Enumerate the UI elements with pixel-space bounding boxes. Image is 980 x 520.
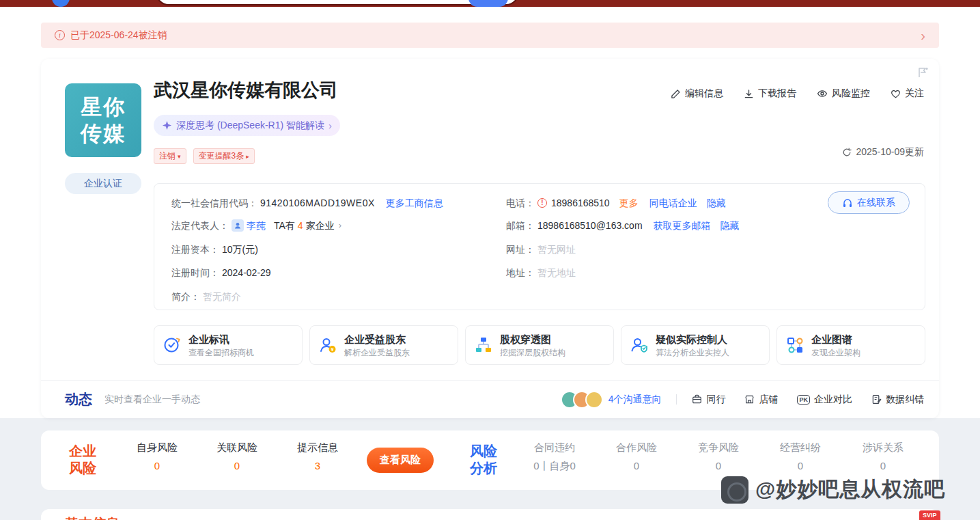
watermark-logo-icon — [721, 476, 748, 504]
search-bar[interactable] — [156, 0, 519, 5]
online-contact-button[interactable]: 在线联系 — [828, 191, 910, 214]
intro-value: 暂无简介 — [203, 290, 241, 303]
page: i 已于2025-06-24被注销 › 星你 传媒 企业认证 武汉星你传媒有限公… — [0, 0, 980, 520]
sparkle-icon — [162, 120, 172, 131]
competition-risk-value: 0 — [681, 460, 756, 471]
search-button[interactable] — [468, 0, 508, 7]
follow-label: 关注 — [905, 87, 924, 100]
feature-card-equity-penetration[interactable]: 股权穿透图 挖掘深层股权结构 — [465, 325, 614, 365]
chevron-right-icon[interactable]: › — [339, 219, 341, 232]
email-hide-link[interactable]: 隐藏 — [720, 219, 740, 232]
enterprise-cert-button[interactable]: 企业认证 — [65, 173, 141, 194]
view-risk-button[interactable]: 查看风险 — [367, 448, 434, 473]
watermark-text: @妙妙吧息从权流吧 — [755, 476, 945, 504]
legal-rep-name-link[interactable]: 李莼 — [247, 219, 266, 232]
phone-more-link[interactable]: 更多 — [619, 196, 639, 210]
website-label: 网址： — [506, 243, 535, 256]
feature-subtitle: 解析企业受益股东 — [344, 347, 410, 358]
caret-right-icon: ▸ — [246, 153, 249, 160]
person-shield-icon — [630, 336, 649, 355]
intro-row: 简介： 暂无简介 — [171, 290, 241, 303]
feature-card-bidding[interactable]: 企业标讯 查看全国招标商机 — [154, 325, 303, 365]
download-icon — [744, 89, 754, 99]
peer-companies-link[interactable]: 同行 — [692, 394, 725, 406]
shop-label: 店铺 — [759, 394, 778, 406]
company-compare-link[interactable]: PK 企业对比 — [797, 394, 852, 406]
feature-subtitle: 发现企业架构 — [811, 347, 860, 358]
website-value: 暂无网址 — [537, 243, 576, 256]
communication-intent-link[interactable]: 4个沟通意向 — [608, 394, 662, 406]
edit-info-button[interactable]: 编辑信息 — [671, 87, 723, 100]
self-risk-label: 自身风险 — [120, 441, 195, 454]
feature-title: 企业受益股东 — [344, 333, 410, 346]
deepseek-ai-badge[interactable]: 深度思考 (DeepSeek-R1) 智能解读 › — [154, 115, 340, 136]
more-business-info-link[interactable]: 更多工商信息 — [386, 196, 443, 210]
logo-line-1: 星你 — [81, 94, 126, 120]
risk-monitor-button[interactable]: 风险监控 — [817, 87, 870, 100]
email-row: 邮箱： 18986168510@163.com 获取更多邮箱 隐藏 — [506, 219, 740, 232]
phone-value: 18986168510 — [551, 196, 610, 210]
divider — [676, 394, 677, 405]
graph-nodes-icon — [785, 336, 804, 355]
info-icon: i — [55, 30, 65, 40]
phone-warning-icon: ! — [537, 198, 547, 208]
deregistered-alert-banner[interactable]: i 已于2025-06-24被注销 › — [41, 23, 939, 48]
status-tag-label: 注销 — [159, 150, 176, 162]
feature-card-beneficial-shareholder[interactable]: ¥ 企业受益股东 解析企业受益股东 — [309, 325, 458, 365]
related-risk-stat[interactable]: 关联风险 0 — [199, 441, 275, 471]
email-more-link[interactable]: 获取更多邮箱 — [654, 219, 711, 232]
credit-code-value: 91420106MADD19WE0X — [260, 196, 375, 210]
data-correction-link[interactable]: 数据纠错 — [871, 394, 924, 406]
deregistered-status-tag[interactable]: 注销 ▾ — [154, 148, 186, 164]
storefront-icon — [744, 394, 755, 405]
contract-breach-stat[interactable]: 合同违约 0丨自身0 — [517, 441, 592, 473]
enterprise-cert-label: 企业认证 — [84, 178, 122, 190]
download-report-button[interactable]: 下载报告 — [744, 87, 796, 100]
credit-code-label: 统一社会信用代码： — [171, 196, 257, 210]
pk-icon: PK — [797, 395, 810, 405]
cooperation-risk-stat[interactable]: 合作风险 0 — [599, 441, 674, 471]
risk-analysis-title: 风险 分析 — [468, 443, 499, 477]
reg-capital-value: 10万(元) — [222, 243, 258, 256]
same-phone-company-link[interactable]: 同电话企业 — [649, 196, 697, 210]
feature-title: 股权穿透图 — [500, 333, 565, 346]
site-logo[interactable] — [52, 0, 70, 7]
person-icon — [234, 221, 242, 230]
notice-info-label: 提示信息 — [280, 441, 355, 454]
change-reminder-label: 变更提醒3条 — [199, 150, 244, 162]
phone-hide-link[interactable]: 隐藏 — [707, 196, 726, 210]
legal-rep-avatar — [232, 219, 244, 232]
updated-date[interactable]: 2025-10-09更新 — [842, 146, 924, 159]
change-reminder-tag[interactable]: 变更提醒3条 ▸ — [193, 148, 255, 164]
reg-date-value: 2024-02-29 — [222, 266, 271, 279]
competition-risk-stat[interactable]: 竞争风险 0 — [681, 441, 756, 471]
reg-date-label: 注册时间： — [171, 266, 219, 279]
reg-capital-label: 注册资本： — [171, 243, 219, 256]
dynamics-title: 动态 — [65, 390, 92, 409]
follow-button[interactable]: 关注 — [891, 87, 924, 100]
person-coin-icon: ¥ — [318, 336, 337, 355]
contract-breach-label: 合同违约 — [517, 441, 592, 454]
corner-flag-icon[interactable] — [916, 66, 929, 82]
dynamics-subtitle: 实时查看企业一手动态 — [104, 394, 200, 406]
dynamics-bar: 动态 实时查看企业一手动态 4个沟通意向 同行 店铺 PK 企业对比 — [41, 380, 939, 418]
litigation-relation-stat[interactable]: 涉诉关系 0 — [845, 441, 921, 471]
edit-icon — [671, 89, 681, 99]
feature-card-actual-controller[interactable]: 疑似实际控制人 算法分析企业实控人 — [621, 325, 770, 365]
notice-info-stat[interactable]: 提示信息 3 — [280, 441, 355, 471]
logo-line-2: 传媒 — [81, 120, 126, 147]
download-report-label: 下载报告 — [758, 87, 796, 100]
business-dispute-stat[interactable]: 经营纠纷 0 — [763, 441, 838, 471]
self-risk-stat[interactable]: 自身风险 0 — [120, 441, 195, 471]
feature-cards: 企业标讯 查看全国招标商机 ¥ 企业受益股东 解析企业受益股东 股权穿透图 挖掘… — [154, 325, 925, 365]
chevron-right-icon[interactable]: › — [921, 29, 925, 42]
feature-card-company-graph[interactable]: 企业图谱 发现企业架构 — [776, 325, 925, 365]
feature-subtitle: 查看全国招标商机 — [188, 347, 254, 358]
ta-company-count[interactable]: 4 — [298, 219, 303, 232]
reg-date-row: 注册时间： 2024-02-29 — [171, 266, 271, 279]
ta-suffix: 家企业 — [306, 219, 335, 232]
address-label: 地址： — [506, 266, 535, 279]
notice-info-value: 3 — [280, 460, 355, 471]
related-risk-value: 0 — [199, 460, 275, 471]
shop-link[interactable]: 店铺 — [744, 394, 778, 406]
